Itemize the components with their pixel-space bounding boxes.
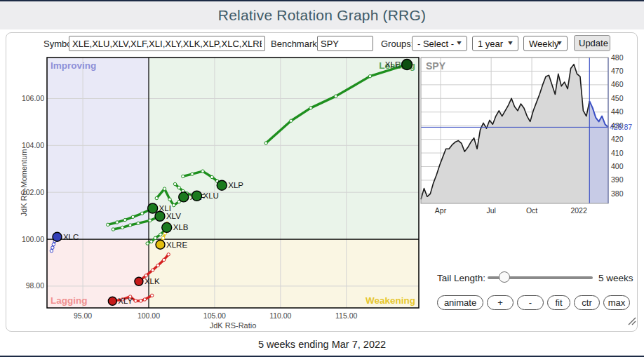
symbol-dot-xli[interactable] (148, 203, 158, 213)
groups-select-value: - Select - (417, 39, 454, 49)
spy-x-tick: Oct (526, 206, 537, 215)
spy-y-tick: 410 (611, 149, 624, 157)
symbol-label-xly: XLY (118, 297, 133, 305)
rrg-y-tick: 104.00 (22, 141, 44, 149)
spy-y-tick: 400 (611, 162, 624, 170)
page-title: Relative Rotation Graph (RRG) (218, 7, 426, 24)
symbol-dot-xlb[interactable] (162, 222, 172, 232)
ctr-button[interactable]: ctr (574, 295, 600, 310)
symbol-dot-xlre[interactable] (156, 240, 165, 249)
tail-point-xle (290, 119, 293, 122)
tail-point-xlu (177, 186, 180, 189)
rrg-y-axis-title: JdK RS-Momentum (20, 149, 28, 217)
spy-y-tick: 420 (611, 135, 624, 143)
spy-x-tick: Jul (486, 206, 495, 215)
spy-y-tick: 460 (611, 80, 624, 88)
symbol-label-xlb: XLB (173, 223, 189, 231)
spy-y-tick: 470 (611, 67, 624, 75)
max-button[interactable]: max (603, 295, 630, 310)
groups-label: Groups: (381, 39, 413, 49)
tail-point-xlv (137, 222, 140, 224)
tail-point-xly (140, 299, 142, 302)
spy-y-tick: 450 (611, 94, 624, 102)
rrg-chart[interactable]: ImprovingLeadingLaggingWeakening98.00100… (20, 53, 427, 331)
tail-point-xlf (155, 196, 158, 199)
spy-x-tick: Apr (435, 206, 447, 215)
fit-button[interactable]: fit (547, 295, 570, 310)
tail-point-xlp (191, 173, 194, 175)
symbol-label-xlk: XLK (145, 277, 160, 285)
tail-point-xly (150, 294, 153, 297)
tail-point-xlk (162, 258, 165, 261)
rrg-x-axis-title: JdK RS-Ratio (210, 321, 257, 330)
tail-point-xlp (201, 170, 204, 173)
symbol-dot-xly[interactable] (108, 297, 116, 305)
resize-handle-icon[interactable] (626, 316, 637, 326)
animate-button[interactable]: animate (437, 295, 483, 310)
groups-select[interactable]: - Select - ▼ (412, 36, 467, 51)
tail-point-xlu (173, 182, 176, 185)
spy-y-tick: 390 (611, 175, 624, 184)
tail-point-xlf (163, 187, 166, 190)
symbol-label-xlu: XLU (203, 191, 219, 200)
zoom-in-button[interactable]: + (487, 295, 514, 310)
tail-point-xli (116, 221, 119, 224)
chevron-down-icon: ▼ (556, 39, 563, 46)
tail-length-slider[interactable] (488, 271, 593, 284)
quadrant-label-improving: Improving (51, 60, 96, 71)
tail-point-xlv (149, 219, 152, 222)
tail-length-label: Tail Length: (437, 273, 485, 283)
frequency-select[interactable]: Weekly ▼ (523, 36, 568, 51)
period-select-value: 1 year (478, 39, 503, 49)
rrg-x-tick: 105.00 (203, 311, 226, 320)
spy-y-tick: 440 (611, 107, 624, 116)
quadrant-leading (149, 58, 419, 239)
tail-point-xlc (50, 250, 53, 252)
tail-point-xlb (154, 236, 156, 239)
symbol-label-xle: XLE (385, 60, 401, 69)
zoom-out-button[interactable]: - (517, 295, 544, 310)
tail-point-xlre (161, 236, 164, 239)
tail-point-xle (368, 75, 371, 78)
symbol-dot-xlp[interactable] (217, 180, 227, 190)
footer-caption: 5 weeks ending Mar 7, 2022 (0, 339, 644, 350)
rrg-y-tick: 100.00 (22, 235, 44, 243)
tail-point-xlv (128, 224, 131, 227)
tail-point-xli (123, 218, 126, 221)
symbol-dot-xlu[interactable] (192, 191, 202, 201)
tail-point-xlp (210, 175, 213, 178)
tail-point-xlf (168, 198, 171, 201)
rrg-x-tick: 115.00 (335, 311, 357, 320)
quadrant-label-weakening: Weakening (365, 295, 415, 306)
benchmark-input[interactable] (317, 36, 373, 51)
slider-thumb[interactable] (499, 271, 510, 283)
tail-point-xli (131, 215, 134, 218)
page-header: Relative Rotation Graph (RRG) (0, 1, 644, 29)
tail-point-xli (140, 212, 143, 215)
tail-point-xle (309, 107, 312, 109)
symbol-dot-xlc[interactable] (53, 232, 62, 241)
symbol-dot-xlk[interactable] (135, 277, 143, 285)
spy-y-tick: 380 (611, 189, 624, 198)
symbol-dot-xlf[interactable] (179, 192, 189, 202)
quadrant-improving (47, 58, 149, 239)
symbols-input[interactable] (69, 36, 265, 51)
tail-point-xlf (172, 203, 175, 206)
period-select[interactable]: 1 year ▼ (472, 36, 518, 51)
spy-mini-chart[interactable]: 380390400410420430440450460470480428.87A… (420, 55, 643, 216)
benchmark-label: Benchmark: (271, 39, 319, 49)
tail-point-xlb (159, 233, 162, 236)
update-button[interactable]: Update (574, 35, 610, 51)
rrg-x-tick: 110.00 (269, 311, 291, 320)
tail-point-xlp (182, 175, 185, 177)
tail-point-xle (264, 142, 267, 144)
tail-point-xli (107, 223, 109, 226)
symbol-dot-xle[interactable] (402, 60, 412, 70)
rrg-x-tick: 95.00 (74, 311, 92, 320)
symbol-dot-xlv[interactable] (155, 211, 165, 221)
chevron-down-icon: ▼ (455, 39, 463, 46)
tail-point-xlk (151, 269, 154, 271)
tail-length-value: 5 weeks (598, 273, 633, 283)
rrg-y-tick: 106.00 (22, 94, 44, 102)
tail-point-xlv (121, 226, 123, 229)
